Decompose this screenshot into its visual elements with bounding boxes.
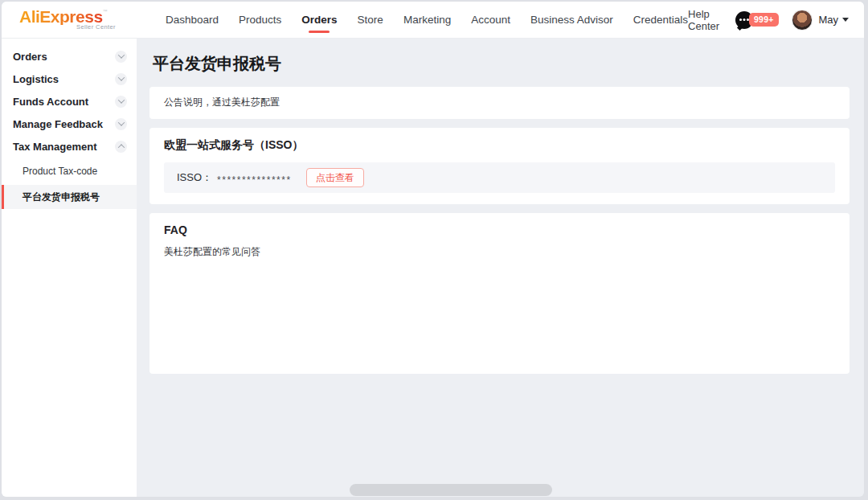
sidebar-item-tax-management[interactable]: Tax Management <box>2 135 137 158</box>
sidebar-item-label: Tax Management <box>13 141 97 153</box>
nav-store[interactable]: Store <box>358 2 383 39</box>
sidebar-item-orders[interactable]: Orders <box>2 45 137 68</box>
user-name: May <box>819 14 839 26</box>
chevron-down-icon <box>842 18 849 22</box>
app-window: AliExpress™ Seller Center Dashboard Prod… <box>2 2 864 497</box>
view-isso-button[interactable]: 点击查看 <box>306 168 364 187</box>
chevron-down-icon <box>115 51 127 63</box>
main-content: 平台发货申报税号 公告说明，通过美杜莎配置 欧盟一站式服务号（ISSO） ISS… <box>137 39 864 497</box>
chevron-down-icon <box>115 73 127 85</box>
page-title: 平台发货申报税号 <box>153 53 850 75</box>
sidebar-item-logistics[interactable]: Logistics <box>2 68 137 90</box>
sidebar-item-funds-account[interactable]: Funds Account <box>2 90 137 113</box>
topbar-right: Help Center 999+ May <box>688 8 849 32</box>
user-menu[interactable]: May <box>792 10 850 31</box>
chevron-down-icon <box>115 118 127 130</box>
main-navigation: Dashboard Products Orders Store Marketin… <box>166 2 688 39</box>
nav-account[interactable]: Account <box>471 2 510 39</box>
faq-heading: FAQ <box>164 223 835 236</box>
nav-dashboard[interactable]: Dashboard <box>166 2 219 39</box>
nav-business-advisor[interactable]: Business Advisor <box>530 2 613 39</box>
sidebar-subitem-platform-tax-id[interactable]: 平台发货申报税号 <box>2 185 137 209</box>
chevron-up-icon <box>115 141 127 153</box>
faq-card: FAQ 美杜莎配置的常见问答 <box>149 213 850 374</box>
logo-wordmark: AliExpress <box>19 9 103 25</box>
sidebar-item-manage-feedback[interactable]: Manage Feedback <box>2 113 137 135</box>
isso-masked-value: *************** <box>217 170 292 186</box>
horizontal-scrollbar[interactable] <box>350 484 552 496</box>
nav-marketing[interactable]: Marketing <box>403 2 451 39</box>
nav-credentials[interactable]: Credentials <box>633 2 688 39</box>
isso-card: 欧盟一站式服务号（ISSO） ISSO： *************** 点击查… <box>149 128 850 204</box>
avatar[interactable] <box>792 10 813 31</box>
sidebar-subitem-product-tax-code[interactable]: Product Tax-code <box>2 159 137 183</box>
top-bar: AliExpress™ Seller Center Dashboard Prod… <box>2 2 864 39</box>
notice-text: 公告说明，通过美杜莎配置 <box>164 96 280 108</box>
help-center-link[interactable]: Help Center <box>688 8 719 32</box>
sidebar-item-label: Logistics <box>13 73 59 85</box>
faq-text: 美杜莎配置的常见问答 <box>164 245 835 259</box>
nav-orders[interactable]: Orders <box>301 2 337 39</box>
notification-badge: 999+ <box>749 13 778 27</box>
chevron-down-icon <box>115 96 127 108</box>
aliexpress-logo[interactable]: AliExpress™ Seller Center <box>19 9 121 31</box>
nav-products[interactable]: Products <box>239 2 281 39</box>
notice-card: 公告说明，通过美杜莎配置 <box>149 87 850 119</box>
isso-value-row: ISSO： *************** 点击查看 <box>164 162 835 193</box>
notifications[interactable]: 999+ <box>735 11 778 29</box>
sidebar-item-label: Manage Feedback <box>13 118 103 130</box>
sidebar: Orders Logistics Funds Account Manage Fe… <box>2 39 137 497</box>
trademark-mark: ™ <box>103 9 108 14</box>
sidebar-item-label: Funds Account <box>13 96 88 108</box>
isso-heading: 欧盟一站式服务号（ISSO） <box>164 138 835 153</box>
sidebar-item-label: Orders <box>13 51 47 63</box>
isso-label: ISSO： <box>177 170 212 185</box>
